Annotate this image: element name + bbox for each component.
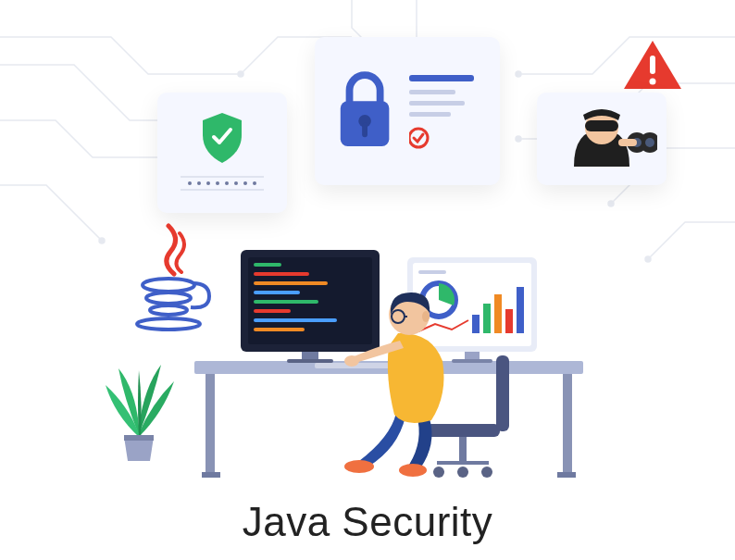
svg-rect-10 [181,189,264,191]
svg-point-14 [216,181,219,185]
svg-point-75 [481,467,492,478]
caption-text: Java Security [0,499,735,545]
svg-rect-61 [472,315,480,333]
svg-rect-83 [124,435,154,441]
svg-rect-62 [483,304,491,333]
svg-rect-9 [181,176,264,178]
svg-rect-65 [517,287,524,333]
svg-rect-58 [413,263,531,346]
svg-rect-27 [650,56,655,74]
padlock-icon [333,69,396,153]
svg-point-74 [457,467,468,478]
svg-rect-72 [437,461,489,465]
svg-rect-52 [254,309,291,313]
password-dots-icon [181,176,264,194]
svg-rect-51 [254,300,318,304]
svg-rect-25 [409,112,451,117]
svg-rect-53 [254,318,337,322]
svg-rect-59 [418,270,446,274]
svg-point-34 [645,138,654,147]
svg-point-77 [399,464,427,477]
desk-scene [130,222,629,481]
plant-icon [93,333,185,463]
svg-point-12 [197,181,201,185]
svg-point-82 [422,311,430,322]
shield-icon [199,111,245,165]
svg-point-11 [188,181,192,185]
svg-rect-48 [254,272,309,276]
svg-point-73 [433,467,444,478]
svg-rect-54 [254,328,305,331]
svg-rect-64 [505,309,513,333]
svg-point-76 [344,460,374,473]
svg-point-13 [206,181,210,185]
svg-rect-35 [618,139,637,146]
spy-binoculars-icon [546,102,657,176]
illustration [93,19,648,481]
svg-rect-69 [426,424,500,437]
alert-triangle-icon [620,37,685,94]
svg-rect-44 [557,472,576,478]
svg-point-17 [243,181,247,185]
svg-rect-50 [254,291,300,294]
svg-rect-42 [563,374,572,476]
popup-spy [537,93,666,185]
svg-point-26 [409,129,428,147]
svg-rect-56 [287,359,333,363]
svg-rect-23 [409,90,455,94]
svg-rect-43 [202,472,220,478]
svg-rect-70 [496,355,509,431]
lock-form-lines-icon [409,69,481,153]
svg-point-18 [253,181,256,185]
code-monitor-icon [241,250,380,363]
svg-rect-21 [362,123,368,138]
svg-rect-63 [494,294,502,333]
svg-rect-24 [409,101,465,106]
svg-rect-22 [409,75,474,81]
svg-point-15 [225,181,229,185]
svg-rect-30 [585,120,618,131]
svg-rect-47 [254,263,281,267]
popup-padlock [315,37,500,185]
svg-point-28 [650,79,656,85]
svg-rect-49 [254,281,328,285]
popup-shield-verified [157,93,287,213]
svg-rect-67 [452,359,492,363]
svg-point-78 [344,355,359,367]
svg-rect-41 [206,374,215,476]
svg-point-16 [234,181,238,185]
svg-rect-71 [459,437,467,463]
